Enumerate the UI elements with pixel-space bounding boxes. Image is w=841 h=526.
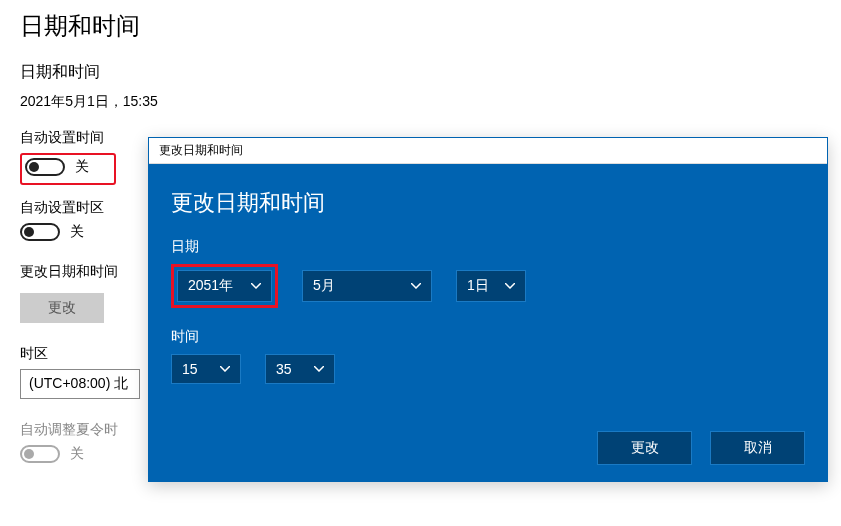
current-datetime: 2021年5月1日，15:35	[20, 93, 821, 111]
auto-time-state: 关	[75, 158, 89, 176]
chevron-down-icon	[505, 283, 515, 289]
chevron-down-icon	[251, 283, 261, 289]
hour-dropdown[interactable]: 15	[171, 354, 241, 384]
subtitle: 日期和时间	[20, 62, 821, 83]
highlight-auto-time: 关	[20, 153, 116, 185]
auto-tz-state: 关	[70, 223, 84, 241]
dialog-cancel-button[interactable]: 取消	[710, 431, 805, 465]
dst-state: 关	[70, 445, 84, 463]
year-dropdown[interactable]: 2051年	[177, 270, 272, 302]
page-title: 日期和时间	[20, 10, 821, 42]
time-label: 时间	[171, 328, 805, 346]
year-value: 2051年	[188, 277, 233, 295]
tz-select[interactable]: (UTC+08:00) 北	[20, 369, 140, 399]
auto-tz-toggle[interactable]	[20, 223, 60, 241]
dialog-titlebar: 更改日期和时间	[149, 138, 827, 164]
auto-time-toggle[interactable]	[25, 158, 65, 176]
dialog-heading: 更改日期和时间	[171, 188, 805, 218]
chevron-down-icon	[314, 366, 324, 372]
dst-toggle	[20, 445, 60, 463]
date-label: 日期	[171, 238, 805, 256]
month-value: 5月	[313, 277, 335, 295]
hour-value: 15	[182, 361, 198, 377]
minute-dropdown[interactable]: 35	[265, 354, 335, 384]
highlight-year: 2051年	[171, 264, 278, 308]
minute-value: 35	[276, 361, 292, 377]
day-dropdown[interactable]: 1日	[456, 270, 526, 302]
month-dropdown[interactable]: 5月	[302, 270, 432, 302]
chevron-down-icon	[220, 366, 230, 372]
change-button[interactable]: 更改	[20, 293, 104, 323]
dialog-change-button[interactable]: 更改	[597, 431, 692, 465]
day-value: 1日	[467, 277, 489, 295]
chevron-down-icon	[411, 283, 421, 289]
change-datetime-dialog: 更改日期和时间 更改日期和时间 日期 2051年 5月 1日 时间 15	[148, 137, 828, 482]
